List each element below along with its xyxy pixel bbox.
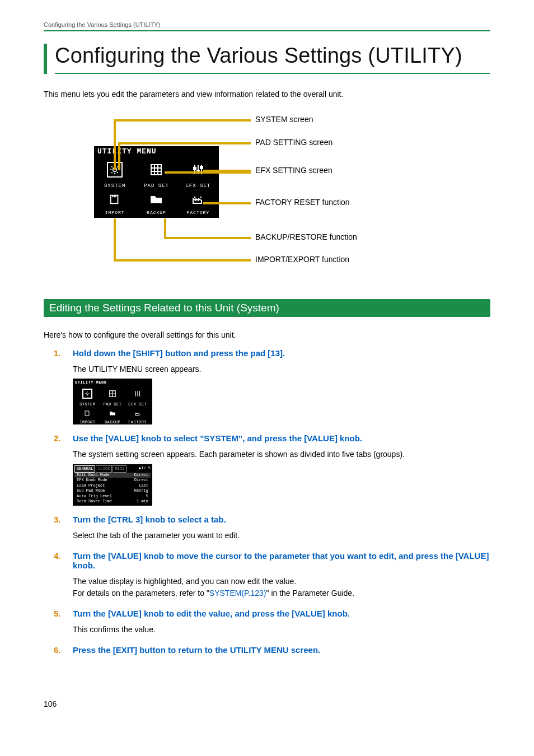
step-number: 2. — [54, 433, 62, 443]
shot-label: IMPORT — [79, 419, 95, 426]
step-number: 4. — [54, 551, 62, 570]
step-2: 2. Use the [VALUE] knob to select "SYSTE… — [54, 433, 490, 506]
svg-point-6 — [87, 393, 88, 395]
param-key: Load Project — [77, 483, 105, 488]
shot-label: EFX SET — [128, 402, 147, 408]
step-title: Press the [EXIT] button to return to the… — [73, 645, 320, 655]
callout-backup: BACKUP/RESTORE function — [255, 232, 357, 241]
pad-grid-icon — [148, 162, 164, 178]
xref-system-link[interactable]: SYSTEM(P.123) — [209, 589, 266, 598]
step-3: 3. Turn the [CTRL 3] knob to select a ta… — [54, 515, 490, 542]
lcd-label-system: SYSTEM — [104, 183, 125, 189]
param-val: Direct — [134, 473, 148, 478]
lcd-label-padset: PAD SET — [144, 183, 169, 189]
param-key: Auto Trig Level — [77, 494, 112, 499]
tab-midi: MIDI — [113, 465, 127, 473]
breadcrumb-rule — [44, 30, 490, 31]
lcd-label-backup: BACKUP — [147, 210, 166, 215]
page-title-wrap: Configuring the Various Settings (UTILIT… — [44, 44, 490, 74]
step-title: Use the [VALUE] knob to select "SYSTEM",… — [73, 433, 362, 443]
step-4: 4. Turn the [VALUE] knob to move the cur… — [54, 551, 490, 600]
factory-icon — [133, 409, 142, 418]
sd-import-icon — [107, 192, 123, 207]
step-body-line2b: " in the Parameter Guide. — [266, 589, 355, 598]
shot-title: UTILITY MENU — [75, 380, 150, 386]
step-number: 1. — [54, 348, 62, 358]
step-5: 5. Turn the [VALUE] knob to edit the val… — [54, 609, 490, 636]
step-body-text: This confirms the value. — [73, 625, 156, 634]
callout-factory: FACTORY RESET function — [255, 198, 350, 207]
lcd-label-efxset: EFX SET — [185, 183, 210, 189]
param-val: 1 min — [137, 499, 148, 504]
param-val: Last — [139, 483, 148, 488]
system-settings-screenshot: GENERAL CLICK MIDI ▶1/ 5 Edit Knob ModeD… — [73, 464, 152, 506]
svg-rect-2 — [194, 167, 196, 170]
breadcrumb: Configuring the Various Settings (UTILIT… — [44, 21, 490, 30]
page-title: Configuring the Various Settings (UTILIT… — [55, 44, 490, 74]
step-title: Turn the [VALUE] knob to edit the value,… — [73, 609, 350, 618]
param-key: Edit Knob Mode — [77, 473, 110, 478]
callout-system: SYSTEM screen — [255, 115, 313, 124]
step-title: Turn the [VALUE] knob to move the cursor… — [73, 551, 490, 570]
param-key: EFX Knob Mode — [77, 478, 107, 483]
shot-label: BACKUP — [105, 419, 120, 426]
param-key: Sub Pad Mode — [77, 488, 105, 493]
lcd-label-import: IMPORT — [105, 210, 125, 215]
section-intro: Here's how to configure the overall sett… — [44, 330, 490, 339]
backup-folder-icon — [108, 409, 117, 418]
step-title: Hold down the [SHIFT] button and press t… — [73, 348, 285, 358]
section-heading: Editing the Settings Related to this Uni… — [44, 299, 490, 317]
step-6: 6. Press the [EXIT] button to return to … — [54, 645, 490, 655]
step-body-line2a: For details on the parameters, refer to … — [73, 589, 209, 598]
step-number: 6. — [54, 645, 62, 655]
svg-rect-1 — [151, 165, 161, 175]
param-val: Direct — [134, 478, 148, 483]
intro-text: This menu lets you edit the parameters a… — [44, 90, 490, 99]
shot-label: SYSTEM — [79, 402, 95, 408]
factory-icon — [190, 192, 206, 207]
lcd-title: UTILITY MENU — [94, 146, 219, 157]
param-key: Scrn Saver Time — [77, 499, 112, 504]
param-val: Retrig — [134, 488, 148, 493]
step-body-text: Select the tab of the parameter you want… — [73, 531, 240, 540]
step-number: 5. — [54, 609, 62, 618]
svg-rect-8 — [85, 411, 89, 416]
step-title: Turn the [CTRL 3] knob to select a tab. — [73, 515, 226, 524]
pad-grid-icon — [107, 389, 118, 399]
step-1: 1. Hold down the [SHIFT] button and pres… — [54, 348, 490, 425]
lcd-screen: UTILITY MENU SYSTEM PAD SET EFX SET IMPO… — [94, 146, 219, 218]
step-number: 3. — [54, 515, 62, 524]
svg-rect-4 — [200, 166, 203, 169]
step-body-line1: The value display is highlighted, and yo… — [73, 576, 490, 588]
callout-import: IMPORT/EXPORT function — [255, 255, 349, 264]
gear-icon — [82, 389, 92, 399]
tab-general: GENERAL — [74, 465, 95, 473]
callout-efxset: EFX SETTING screen — [255, 166, 332, 175]
shot-label: FACTORY — [128, 419, 147, 426]
sd-import-icon — [83, 409, 92, 418]
utility-menu-screenshot: UTILITY MENU SYSTEM PAD SET EFX SET IMPO… — [73, 379, 152, 424]
efx-sliders-icon — [133, 389, 143, 399]
shot-label: PAD SET — [104, 402, 122, 408]
param-val: 5 — [146, 494, 148, 499]
tab-page: ▶1/ 5 — [139, 465, 151, 473]
callout-padset: PAD SETTING screen — [255, 138, 332, 147]
backup-folder-icon — [148, 192, 164, 207]
lcd-label-factory: FACTORY — [187, 210, 210, 215]
tab-click: CLICK — [96, 465, 112, 473]
step-body-text: The system setting screen appears. Each … — [73, 450, 405, 459]
page-number: 106 — [44, 699, 57, 708]
utility-menu-diagram: UTILITY MENU SYSTEM PAD SET EFX SET IMPO… — [77, 111, 490, 279]
step-body-text: The UTILITY MENU screen appears. — [73, 365, 201, 374]
